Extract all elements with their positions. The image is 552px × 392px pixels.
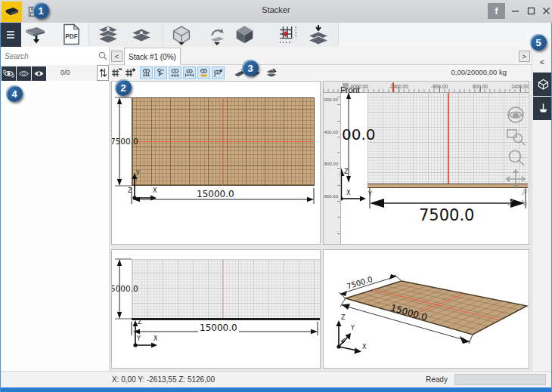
- dim-side-height: 5000.0: [111, 284, 138, 293]
- nav-orbit-icon[interactable]: [508, 107, 523, 122]
- progress-indicator: [454, 374, 546, 385]
- iso-view-content: Z Y X: [324, 250, 529, 369]
- toggle-show-markers[interactable]: [154, 66, 167, 79]
- add-layers-button[interactable]: [94, 23, 122, 45]
- rotate-dropdown-caret[interactable]: [214, 42, 220, 45]
- viewport-side-view[interactable]: Z X Y 5000.0 15000.0: [111, 249, 321, 369]
- dim-front-width: 7500.0: [419, 206, 474, 224]
- view-cube-dropdown-caret[interactable]: [178, 42, 185, 45]
- view-label-front: Front: [340, 85, 360, 94]
- show-all-items-button[interactable]: [2, 66, 16, 81]
- show-hidden-items-button[interactable]: [32, 66, 46, 81]
- export-pdf-button[interactable]: PDF: [57, 23, 85, 45]
- show-selected-items-button[interactable]: [17, 66, 31, 81]
- svg-text:PDF: PDF: [65, 33, 77, 40]
- nav-zoom-window-icon[interactable]: [507, 130, 525, 145]
- item-counter: 0/0: [60, 69, 70, 76]
- dim-top-length: 15000.0: [197, 189, 234, 199]
- ruler-tick-label: -800.00: [323, 194, 338, 199]
- view-cube-button[interactable]: [167, 23, 196, 45]
- tab-vessel-view[interactable]: [533, 97, 552, 120]
- search-input[interactable]: [3, 49, 97, 63]
- svg-text:Z: Z: [341, 314, 346, 321]
- window-title: Stacker: [0, 5, 552, 14]
- eye-outline-icon: [18, 69, 29, 79]
- overlay-marker-icon: [156, 68, 166, 78]
- top-view-annotations: Y X Z: [112, 82, 321, 245]
- main-menu-button[interactable]: [0, 23, 21, 47]
- svg-text:Y: Y: [136, 335, 141, 342]
- svg-text:X: X: [346, 190, 351, 196]
- maximize-button[interactable]: [523, 3, 538, 19]
- stack-down-button[interactable]: [304, 23, 333, 45]
- svg-text:Y: Y: [135, 170, 140, 177]
- svg-text:X: X: [362, 344, 367, 350]
- tab-scroll-back-button[interactable]: <: [111, 51, 122, 62]
- add-layers-icon: [96, 24, 120, 45]
- search-icon: [98, 51, 107, 60]
- viewport-3d-view[interactable]: Z Y X 7500.0 15000.0: [323, 249, 529, 369]
- annotation-badge-3: 3: [242, 60, 259, 76]
- grid-decrease-button[interactable]: [110, 66, 122, 79]
- grid-increase-button[interactable]: [123, 66, 136, 79]
- collapse-right-panel-button[interactable]: <: [536, 56, 548, 68]
- view-cube-icon: [171, 25, 192, 45]
- window-border-left: [0, 23, 1, 392]
- export-stack-button[interactable]: [21, 23, 50, 45]
- side-view-annotations: Z X Y: [112, 250, 321, 369]
- nav-pan-icon[interactable]: [507, 170, 525, 188]
- rotate-item-button[interactable]: [203, 23, 231, 45]
- search-box: [0, 47, 110, 65]
- toggle-show-overhang[interactable]: [197, 66, 210, 79]
- ruler-tick-label: 2400.00: [323, 130, 338, 134]
- annotation-badge-4: 4: [6, 85, 23, 102]
- viewport-top-view[interactable]: Y X Z 7500.0 15000.0: [111, 81, 321, 245]
- ruler-cursor-marker: [392, 82, 394, 92]
- stack-edit-button[interactable]: [265, 66, 278, 79]
- toggle-show-placards[interactable]: [212, 66, 225, 79]
- svg-text:Y: Y: [367, 191, 372, 198]
- solid-cube-button[interactable]: [230, 23, 259, 45]
- nav-zoom-icon[interactable]: [510, 151, 525, 166]
- window-border-bottom: [0, 387, 552, 392]
- pdf-icon: PDF: [62, 23, 81, 45]
- toggle-show-grid-overlay[interactable]: [140, 66, 153, 79]
- tab-scroll-forward-button[interactable]: >: [519, 51, 530, 62]
- maximize-icon: [527, 7, 535, 15]
- feedback-button[interactable]: f: [488, 3, 505, 19]
- eye-box-icon: [3, 69, 14, 79]
- stack-down-icon: [306, 24, 330, 45]
- layer-item-button[interactable]: [127, 23, 156, 45]
- viewport-front-view[interactable]: Front 00.0 -4000.00 -2400.00 -800.00 800…: [323, 81, 529, 245]
- view-options-toolbar: 0/0: [0, 65, 532, 81]
- svg-text:Z: Z: [138, 319, 142, 326]
- cube-3d-icon: [538, 79, 549, 90]
- cursor-coordinates: X: 0,00 Y: -2613,55 Z: 5126,00: [112, 375, 215, 384]
- grid-plus-icon: [124, 67, 135, 79]
- minimize-button[interactable]: [507, 3, 523, 19]
- front-vertical-ruler[interactable]: 4000.00 2400.00 800.00 -800.00: [324, 93, 341, 245]
- grid-snap-star-icon: [278, 24, 299, 45]
- grid-snap-button[interactable]: [274, 23, 302, 45]
- title-bar: Stacker f: [0, 0, 552, 23]
- close-button[interactable]: [538, 3, 552, 19]
- annotation-badge-5: 5: [530, 34, 547, 51]
- cargo-list-sidebar[interactable]: [0, 81, 110, 371]
- right-panel-strip: <: [532, 47, 552, 371]
- overlay-axle-icon: [185, 68, 194, 78]
- layer-item-icon: [129, 24, 154, 45]
- ruler-tick-label: 800.00: [324, 162, 338, 166]
- toggle-show-cog[interactable]: [169, 66, 181, 79]
- svg-text:Z: Z: [128, 187, 132, 194]
- tab-3d-view[interactable]: [533, 73, 552, 96]
- sort-button[interactable]: [97, 65, 109, 81]
- tab-stack-1[interactable]: Stack #1 (0%): [124, 48, 181, 65]
- ruler-tick-label: 4000.00: [323, 97, 338, 102]
- toggle-show-axle-loads[interactable]: [183, 66, 196, 79]
- annotation-badge-2: 2: [115, 79, 132, 96]
- svg-text:X: X: [154, 335, 158, 342]
- status-ready: Ready: [426, 375, 448, 384]
- svg-text:X: X: [153, 187, 157, 194]
- dim-top-width: 7500.0: [111, 137, 138, 146]
- overlay-grid-icon: [141, 68, 151, 78]
